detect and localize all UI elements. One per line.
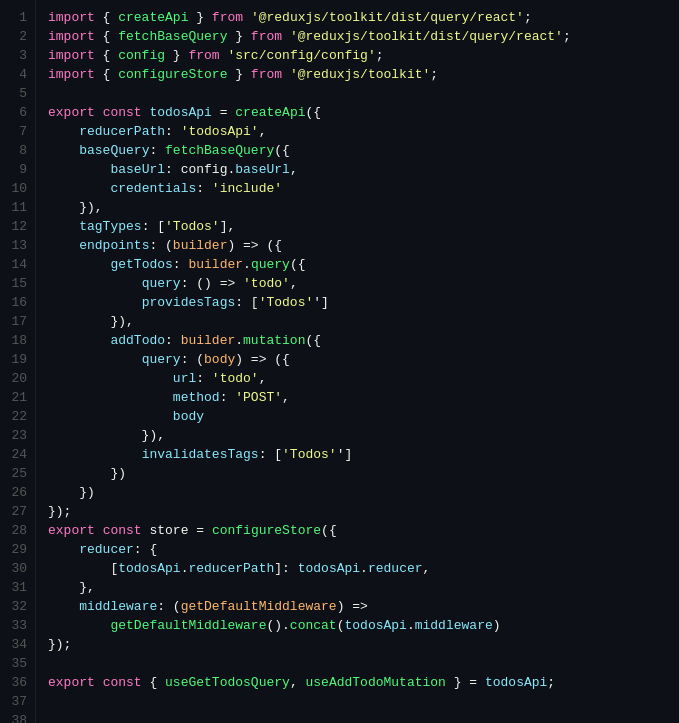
line-number: 30 xyxy=(8,559,27,578)
line-number: 5 xyxy=(8,84,27,103)
token-param: builder xyxy=(181,333,236,348)
token-plain: = xyxy=(212,105,235,120)
line-number: 9 xyxy=(8,160,27,179)
code-line: tagTypes: ['Todos'], xyxy=(48,217,671,236)
token-api-name: todosApi xyxy=(344,618,406,633)
token-obj: baseUrl xyxy=(110,162,165,177)
token-fn: concat xyxy=(290,618,337,633)
token-plain xyxy=(48,409,173,424)
line-number: 29 xyxy=(8,540,27,559)
token-kw: const xyxy=(103,523,142,538)
line-number: 34 xyxy=(8,635,27,654)
token-plain xyxy=(48,618,110,633)
token-plain: } xyxy=(188,10,211,25)
token-obj: middleware xyxy=(79,599,157,614)
line-number: 8 xyxy=(8,141,27,160)
token-plain xyxy=(48,219,79,234)
token-plain xyxy=(48,599,79,614)
code-line: baseUrl: config.baseUrl, xyxy=(48,160,671,179)
token-plain xyxy=(48,162,110,177)
token-obj: method xyxy=(173,390,220,405)
code-line: middleware: (getDefaultMiddleware) => xyxy=(48,597,671,616)
token-str: 'src/config/config' xyxy=(227,48,375,63)
code-line: }), xyxy=(48,426,671,445)
token-plain: { xyxy=(142,675,165,690)
token-api-name: todosApi xyxy=(485,675,547,690)
token-var: config xyxy=(181,162,228,177)
line-number: 16 xyxy=(8,293,27,312)
token-plain xyxy=(48,295,142,310)
line-number: 18 xyxy=(8,331,27,350)
code-content[interactable]: import { createApi } from '@reduxjs/tool… xyxy=(36,0,679,723)
token-kw: import xyxy=(48,48,95,63)
token-plain xyxy=(48,371,173,386)
code-line: credentials: 'include' xyxy=(48,179,671,198)
line-number: 6 xyxy=(8,103,27,122)
code-line: baseQuery: fetchBaseQuery({ xyxy=(48,141,671,160)
token-plain xyxy=(48,542,79,557)
token-plain: '] xyxy=(313,295,329,310)
code-line: }, xyxy=(48,578,671,597)
token-param: body xyxy=(204,352,235,367)
code-line: endpoints: (builder) => ({ xyxy=(48,236,671,255)
line-number: 36 xyxy=(8,673,27,692)
token-kw: export xyxy=(48,523,95,538)
token-plain: ({ xyxy=(305,333,321,348)
token-obj: addTodo xyxy=(110,333,165,348)
token-plain xyxy=(48,238,79,253)
token-fn: fetchBaseQuery xyxy=(118,29,227,44)
token-str: 'Todos' xyxy=(165,219,220,234)
token-kw: import xyxy=(48,67,95,82)
token-plain: } xyxy=(227,67,250,82)
token-var: store xyxy=(149,523,188,538)
token-plain: : xyxy=(173,257,189,272)
token-plain xyxy=(48,257,110,272)
token-kw: import xyxy=(48,29,95,44)
token-plain xyxy=(48,333,110,348)
code-line: export const store = configureStore({ xyxy=(48,521,671,540)
token-plain: : xyxy=(165,162,181,177)
line-number: 24 xyxy=(8,445,27,464)
line-number: 4 xyxy=(8,65,27,84)
code-line: url: 'todo', xyxy=(48,369,671,388)
token-obj: baseQuery xyxy=(79,143,149,158)
token-str: 'Todos' xyxy=(259,295,314,310)
token-obj: url xyxy=(173,371,196,386)
token-plain: } = xyxy=(446,675,485,690)
token-plain: ) => ({ xyxy=(227,238,282,253)
code-line: import { config } from 'src/config/confi… xyxy=(48,46,671,65)
line-number: 11 xyxy=(8,198,27,217)
token-str: 'Todos' xyxy=(282,447,337,462)
token-param: builder xyxy=(173,238,228,253)
line-number: 14 xyxy=(8,255,27,274)
token-fn: createApi xyxy=(235,105,305,120)
line-number: 21 xyxy=(8,388,27,407)
code-line: }) xyxy=(48,464,671,483)
token-plain: ({ xyxy=(321,523,337,538)
token-plain: ) => ({ xyxy=(235,352,290,367)
token-obj: invalidatesTags xyxy=(142,447,259,462)
token-obj: query xyxy=(142,352,181,367)
line-number: 22 xyxy=(8,407,27,426)
token-str: '@reduxjs/toolkit/dist/query/react' xyxy=(290,29,563,44)
token-param: getDefaultMiddleware xyxy=(181,599,337,614)
code-line xyxy=(48,654,671,673)
token-fn: query xyxy=(251,257,290,272)
token-plain: ; xyxy=(547,675,555,690)
token-plain xyxy=(48,276,142,291)
token-plain: }), xyxy=(48,428,165,443)
token-kw: from xyxy=(251,67,282,82)
code-line: getDefaultMiddleware().concat(todosApi.m… xyxy=(48,616,671,635)
code-line: addTodo: builder.mutation({ xyxy=(48,331,671,350)
code-line: }), xyxy=(48,198,671,217)
token-plain: . xyxy=(243,257,251,272)
code-line: reducerPath: 'todosApi', xyxy=(48,122,671,141)
token-obj: credentials xyxy=(110,181,196,196)
token-plain: }) xyxy=(48,485,95,500)
token-plain xyxy=(95,105,103,120)
token-plain: [ xyxy=(48,561,118,576)
line-numbers: 1234567891011121314151617181920212223242… xyxy=(0,0,36,723)
token-str: 'POST' xyxy=(235,390,282,405)
token-plain: , xyxy=(259,371,267,386)
token-plain xyxy=(48,181,110,196)
